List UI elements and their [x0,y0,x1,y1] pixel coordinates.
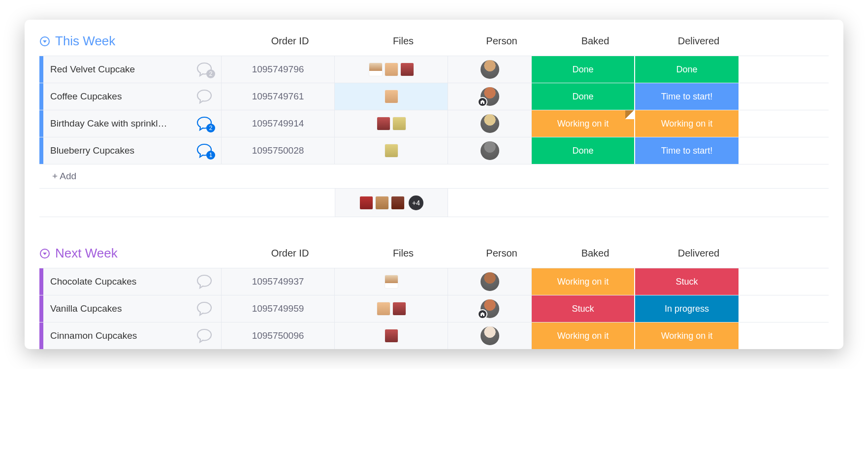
avatar[interactable] [481,114,499,133]
order-id-cell[interactable]: 1095749914 [222,110,335,137]
col-header-person[interactable]: Person [460,35,544,47]
col-header-delivered[interactable]: Delivered [647,35,750,47]
status-delivered[interactable]: Stuck [635,268,739,295]
table-row[interactable]: Red Velvet Cupcake21095749796DoneDone [39,56,829,83]
item-name: Blueberry Cupcakes [50,145,134,156]
col-header-files[interactable]: Files [347,248,460,259]
table-row[interactable]: Chocolate Cupcakes1095749937Working on i… [39,268,829,295]
collapse-icon[interactable] [39,36,50,47]
chat-badge: 2 [206,69,215,78]
col-header-orderid[interactable]: Order ID [233,35,347,47]
files-cell[interactable] [335,56,448,83]
status-baked[interactable]: Done [532,56,635,83]
item-name-cell[interactable]: Red Velvet Cupcake2 [43,56,222,83]
files-cell[interactable] [335,137,448,164]
person-cell[interactable] [448,83,532,110]
table-row[interactable]: Birthday Cake with sprinkl…21095749914Wo… [39,110,829,137]
files-cell[interactable] [335,295,448,322]
files-cell[interactable] [335,323,448,349]
avatar[interactable] [481,87,499,106]
person-cell[interactable] [448,323,532,349]
status-baked[interactable]: Working on it [532,110,635,137]
order-id-cell[interactable]: 1095750096 [222,323,335,349]
status-baked[interactable]: Working on it [532,323,635,349]
summary-files[interactable]: +4 [335,189,448,217]
item-name: Cinnamon Cupcakes [50,330,137,341]
item-name-cell[interactable]: Cinnamon Cupcakes [43,323,222,349]
col-header-baked[interactable]: Baked [544,248,647,259]
person-cell[interactable] [448,56,532,83]
order-id-cell[interactable]: 1095750028 [222,137,335,164]
table-row[interactable]: Blueberry Cupcakes11095750028DoneTime to… [39,137,829,164]
status-delivered[interactable]: In progress [635,295,739,322]
table-row[interactable]: Cinnamon Cupcakes1095750096Working on it… [39,322,829,349]
files-cell[interactable] [335,268,448,295]
avatar[interactable] [481,299,499,318]
avatar[interactable] [481,326,499,345]
chat-badge: 2 [206,124,215,132]
status-baked[interactable]: Done [532,137,635,164]
row-color-bar [39,110,43,137]
col-header-baked[interactable]: Baked [544,35,647,47]
col-header-orderid[interactable]: Order ID [233,248,347,259]
chat-icon[interactable] [194,299,214,319]
status-delivered[interactable]: Done [635,56,739,83]
person-cell[interactable] [448,268,532,295]
person-cell[interactable] [448,110,532,137]
order-id-cell[interactable]: 1095749959 [222,295,335,322]
order-id-cell[interactable]: 1095749937 [222,268,335,295]
col-header-person[interactable]: Person [460,248,544,259]
group-next-week: Next Week Order ID Files Person Baked De… [39,242,829,349]
item-name-cell[interactable]: Coffee Cupcakes [43,83,222,110]
status-baked[interactable]: Done [532,83,635,110]
files-cell[interactable] [335,110,448,137]
row-color-bar [39,268,43,295]
item-name: Coffee Cupcakes [50,91,122,102]
table-row[interactable]: Coffee Cupcakes1095749761DoneTime to sta… [39,83,829,110]
status-delivered[interactable]: Time to start! [635,137,739,164]
note-fold-icon [625,110,634,119]
group-title[interactable]: Next Week [55,246,233,261]
chat-badge: 1 [206,151,215,160]
item-name: Chocolate Cupcakes [50,276,136,287]
file-thumb-icon [392,117,406,130]
add-row[interactable]: + Add [39,164,829,189]
status-baked[interactable]: Stuck [532,295,635,322]
chat-icon[interactable]: 2 [194,114,214,133]
avatar[interactable] [481,141,499,160]
chat-icon[interactable]: 2 [194,60,214,79]
status-delivered[interactable]: Working on it [635,323,739,349]
add-label[interactable]: + Add [43,171,76,182]
files-more-badge[interactable]: +4 [409,195,423,210]
item-name-cell[interactable]: Blueberry Cupcakes1 [43,137,222,164]
chat-icon[interactable] [194,326,214,346]
chat-icon[interactable] [194,272,214,291]
files-cell[interactable] [335,83,448,110]
table-row[interactable]: Vanilla Cupcakes1095749959StuckIn progre… [39,295,829,322]
status-baked[interactable]: Working on it [532,268,635,295]
collapse-icon[interactable] [39,248,50,259]
status-delivered[interactable]: Time to start! [635,83,739,110]
order-id-cell[interactable]: 1095749796 [222,56,335,83]
col-header-files[interactable]: Files [347,35,460,47]
status-delivered[interactable]: Working on it [635,110,739,137]
item-name: Red Velvet Cupcake [50,64,135,75]
file-thumb-icon [377,302,390,316]
item-name-cell[interactable]: Chocolate Cupcakes [43,268,222,295]
person-cell[interactable] [448,295,532,322]
avatar[interactable] [481,60,499,79]
avatar[interactable] [481,272,499,291]
chat-icon[interactable] [194,87,214,106]
row-color-bar [39,137,43,164]
group-title[interactable]: This Week [55,33,233,49]
row-color-bar [39,56,43,83]
chat-icon[interactable]: 1 [194,141,214,161]
file-thumb-icon [359,196,373,210]
person-cell[interactable] [448,137,532,164]
order-id-cell[interactable]: 1095749761 [222,83,335,110]
item-name-cell[interactable]: Birthday Cake with sprinkl…2 [43,110,222,137]
col-header-delivered[interactable]: Delivered [647,248,750,259]
group-header: Next Week Order ID Files Person Baked De… [39,242,829,268]
file-thumb-icon [375,196,389,210]
item-name-cell[interactable]: Vanilla Cupcakes [43,295,222,322]
